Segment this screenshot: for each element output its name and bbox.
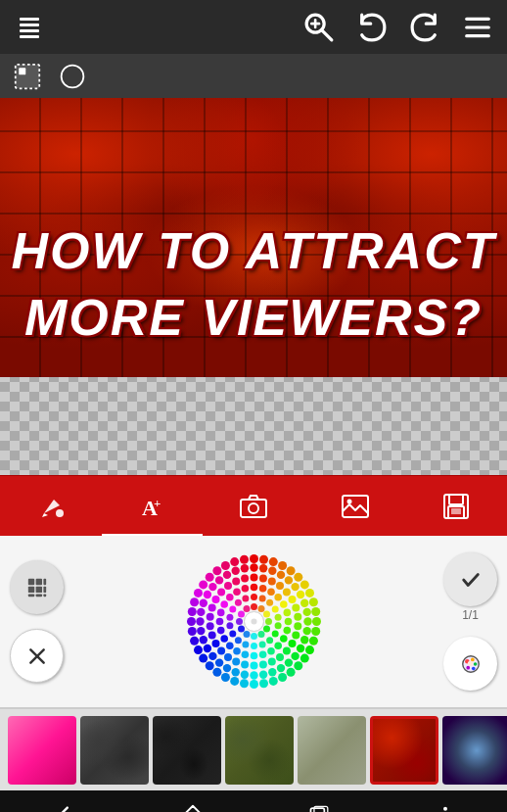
svg-point-93 [276, 582, 284, 590]
layers-button[interactable] [12, 10, 47, 45]
svg-rect-26 [35, 578, 41, 584]
svg-point-38 [263, 611, 270, 618]
text-tool-button[interactable]: A + [102, 476, 204, 537]
svg-point-187 [187, 607, 196, 616]
svg-point-162 [300, 580, 308, 589]
camera-button[interactable] [203, 476, 304, 537]
svg-point-147 [196, 617, 204, 625]
texture-asphalt[interactable] [153, 716, 221, 785]
svg-point-108 [224, 653, 232, 661]
svg-point-144 [203, 645, 210, 652]
canvas-bottom-transparent [0, 377, 507, 475]
svg-point-123 [276, 571, 284, 579]
svg-point-100 [288, 640, 296, 647]
svg-point-141 [222, 664, 230, 672]
texture-red-cube[interactable] [370, 716, 438, 785]
recents-button[interactable] [307, 803, 333, 812]
svg-rect-32 [35, 594, 41, 597]
undo-button[interactable] [354, 10, 390, 45]
svg-rect-31 [27, 594, 33, 597]
svg-point-44 [238, 626, 245, 633]
home-button[interactable] [179, 802, 207, 812]
svg-rect-22 [449, 495, 463, 504]
svg-marker-208 [181, 806, 203, 812]
palette-button[interactable] [443, 637, 497, 691]
svg-point-173 [278, 673, 287, 682]
texture-grey[interactable] [298, 716, 366, 785]
svg-point-103 [267, 658, 275, 666]
svg-point-157 [259, 555, 268, 564]
svg-point-193 [220, 561, 229, 570]
svg-point-175 [259, 679, 268, 688]
texture-stone[interactable] [80, 716, 149, 785]
canvas-area[interactable]: HOW TO ATTRACT MORE VIEWERS? [0, 98, 507, 475]
svg-point-192 [212, 566, 221, 575]
svg-point-158 [268, 557, 277, 566]
image-button[interactable] [304, 476, 406, 537]
svg-point-54 [271, 631, 278, 638]
svg-point-167 [311, 627, 320, 636]
top-toolbar [0, 0, 507, 54]
svg-point-159 [278, 561, 287, 570]
svg-point-139 [240, 671, 248, 679]
svg-point-53 [274, 622, 281, 629]
svg-point-164 [308, 597, 317, 606]
svg-rect-30 [43, 586, 46, 592]
texture-camo[interactable] [225, 716, 294, 785]
bottom-toolbar: A + [0, 475, 507, 536]
svg-point-181 [205, 661, 213, 670]
fill-tool-button[interactable] [0, 476, 102, 537]
svg-point-194 [230, 557, 239, 566]
svg-point-50 [266, 599, 273, 606]
color-wheel[interactable] [178, 546, 330, 697]
svg-point-201 [473, 662, 477, 666]
zoom-button[interactable] [301, 10, 337, 45]
close-color-button[interactable] [10, 629, 64, 683]
svg-point-174 [268, 677, 277, 686]
svg-point-75 [274, 642, 282, 649]
svg-point-74 [280, 635, 288, 643]
svg-point-195 [240, 555, 249, 564]
svg-point-62 [226, 614, 233, 621]
svg-point-109 [217, 647, 225, 655]
svg-point-156 [250, 554, 258, 563]
more-nav-button[interactable] [434, 804, 457, 812]
svg-point-134 [284, 658, 292, 666]
confirm-color-button[interactable] [443, 552, 497, 606]
svg-point-131 [300, 636, 308, 644]
texture-swirl[interactable] [442, 716, 507, 785]
svg-point-114 [207, 604, 215, 612]
save-button[interactable] [405, 476, 507, 537]
svg-point-92 [267, 577, 275, 585]
svg-point-122 [268, 567, 276, 575]
svg-point-91 [258, 575, 266, 583]
svg-point-46 [238, 611, 245, 618]
svg-point-160 [286, 566, 295, 575]
grid-button[interactable] [10, 560, 64, 614]
svg-point-55 [266, 637, 273, 644]
svg-point-168 [308, 637, 317, 645]
svg-point-180 [212, 668, 221, 677]
svg-rect-2 [20, 29, 39, 32]
svg-point-142 [214, 658, 222, 666]
select-tool-button[interactable] [10, 59, 45, 94]
svg-point-99 [292, 631, 300, 639]
svg-point-110 [211, 640, 219, 647]
svg-point-171 [294, 661, 302, 670]
svg-point-115 [211, 596, 219, 603]
svg-point-63 [229, 606, 236, 613]
svg-point-111 [207, 631, 215, 639]
texture-pink[interactable] [8, 716, 76, 785]
svg-point-161 [294, 573, 302, 582]
svg-point-36 [251, 603, 257, 610]
svg-rect-9 [465, 25, 490, 28]
svg-point-116 [217, 588, 225, 596]
svg-point-97 [294, 613, 301, 621]
svg-point-177 [240, 679, 249, 688]
svg-point-179 [220, 673, 229, 682]
redo-button[interactable] [407, 10, 442, 45]
svg-point-48 [251, 594, 257, 600]
menu-button[interactable] [460, 10, 495, 45]
back-button[interactable] [51, 802, 78, 812]
shape-tool-button[interactable] [55, 59, 90, 94]
